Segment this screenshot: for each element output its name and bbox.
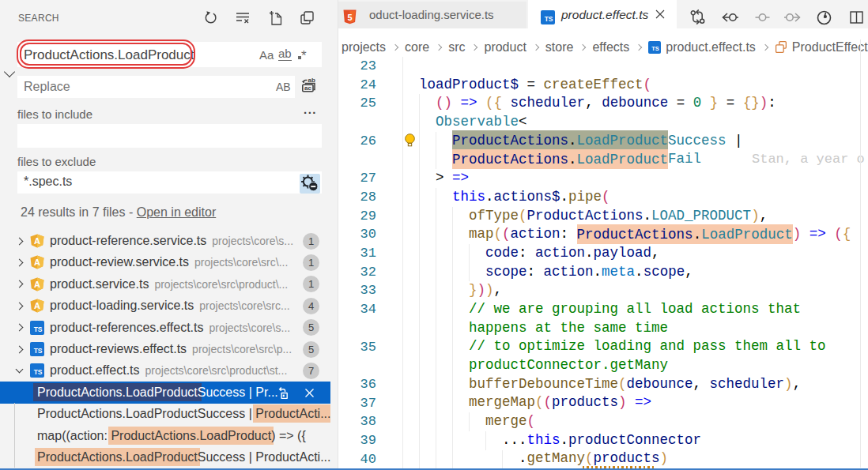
svg-text:A: A	[34, 301, 40, 310]
svg-text:A: A	[34, 280, 40, 289]
svg-text:ac: ac	[304, 85, 311, 92]
svg-text:A: A	[34, 236, 40, 246]
svg-text:A: A	[34, 258, 40, 267]
svg-text:5: 5	[347, 13, 352, 22]
svg-text:ab: ab	[308, 77, 315, 84]
